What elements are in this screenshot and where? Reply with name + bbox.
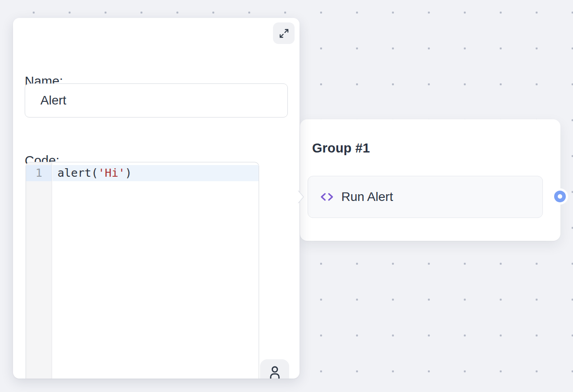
code-editor[interactable]: 1 alert('Hi') (26, 162, 259, 379)
node-label: Run Alert (341, 190, 393, 204)
user-icon (267, 365, 282, 379)
code-token: alert( (57, 166, 98, 179)
name-input[interactable] (25, 83, 288, 118)
connection-handle[interactable] (554, 191, 566, 202)
node-editor-panel: Name: Code: 1 alert('Hi') (13, 18, 300, 379)
string-token: 'Hi' (98, 166, 125, 179)
line-number: 1 (26, 165, 52, 181)
connection-handle-halo (552, 188, 568, 205)
expand-diagonal-icon (279, 28, 289, 39)
editor-code-area[interactable]: alert('Hi') (53, 162, 259, 379)
code-icon (319, 190, 335, 204)
code-token: ) (125, 166, 132, 179)
run-alert-node[interactable]: Run Alert (308, 176, 543, 218)
edge-connector-chevron[interactable] (298, 189, 305, 205)
group-title: Group #1 (312, 141, 370, 156)
group-node-card[interactable]: Group #1 Run Alert (300, 119, 560, 241)
flow-canvas[interactable]: Group #1 Run Alert Name: Code: (0, 0, 573, 392)
editor-gutter: 1 (26, 162, 52, 379)
code-line: alert('Hi') (53, 165, 259, 181)
expand-button[interactable] (273, 22, 295, 44)
user-button[interactable] (260, 359, 289, 379)
